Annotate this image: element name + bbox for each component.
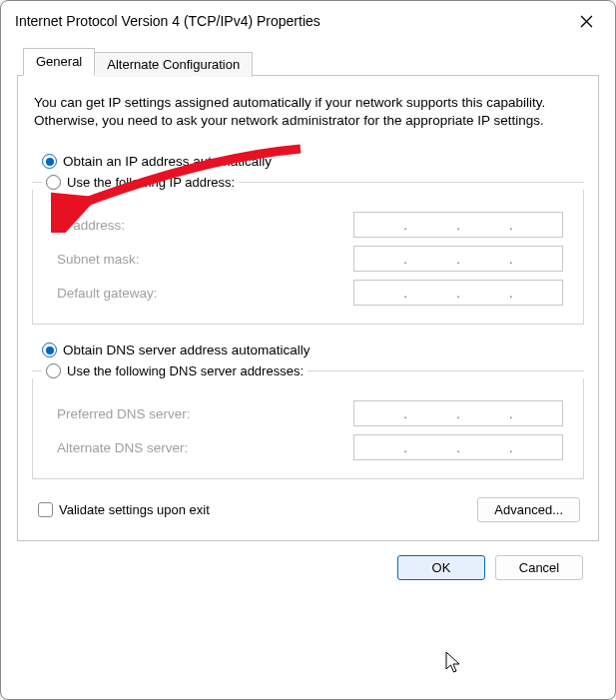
dialog-footer: OK Cancel <box>17 541 599 580</box>
input-subnet-mask[interactable]: ... <box>353 246 563 272</box>
label-obtain-ip-auto: Obtain an IP address automatically <box>63 154 272 169</box>
tab-alternate-configuration[interactable]: Alternate Configuration <box>95 52 253 77</box>
radio-obtain-dns-auto[interactable] <box>42 343 57 357</box>
option-use-ip[interactable]: Use the following IP address: <box>32 175 584 190</box>
close-icon <box>580 15 593 28</box>
checkbox-validate-on-exit[interactable] <box>38 502 53 517</box>
ipv4-properties-dialog: Internet Protocol Version 4 (TCP/IPv4) P… <box>0 0 616 700</box>
input-alternate-dns[interactable]: ... <box>353 434 563 460</box>
titlebar: Internet Protocol Version 4 (TCP/IPv4) P… <box>1 1 615 41</box>
label-preferred-dns: Preferred DNS server: <box>57 406 191 421</box>
description-text: You can get IP settings assigned automat… <box>34 94 582 130</box>
input-default-gateway[interactable]: ... <box>353 280 563 306</box>
option-validate-on-exit[interactable]: Validate settings upon exit <box>38 502 210 517</box>
tab-general[interactable]: General <box>23 48 95 76</box>
input-preferred-dns[interactable]: ... <box>353 400 563 426</box>
option-use-dns[interactable]: Use the following DNS server addresses: <box>32 363 584 378</box>
tab-strip: General Alternate Configuration <box>17 47 599 75</box>
label-use-ip: Use the following IP address: <box>67 175 235 190</box>
label-alternate-dns: Alternate DNS server: <box>57 440 188 455</box>
label-validate-on-exit: Validate settings upon exit <box>59 502 210 517</box>
label-ip-address: IP address: <box>57 218 125 233</box>
option-obtain-ip-auto[interactable]: Obtain an IP address automatically <box>42 154 584 169</box>
ok-button[interactable]: OK <box>397 555 485 580</box>
label-use-dns: Use the following DNS server addresses: <box>67 363 304 378</box>
tab-panel-general: You can get IP settings assigned automat… <box>17 75 599 541</box>
label-default-gateway: Default gateway: <box>57 286 158 301</box>
mouse-cursor-icon <box>445 651 463 675</box>
label-obtain-dns-auto: Obtain DNS server address automatically <box>63 343 310 357</box>
close-button[interactable] <box>569 9 603 33</box>
input-ip-address[interactable]: ... <box>353 212 563 238</box>
radio-obtain-ip-auto[interactable] <box>42 154 57 169</box>
radio-use-dns[interactable] <box>46 363 61 378</box>
fieldset-ip: IP address: ... Subnet mask: ... Default… <box>32 190 584 325</box>
label-subnet-mask: Subnet mask: <box>57 252 140 267</box>
cancel-button[interactable]: Cancel <box>495 555 583 580</box>
radio-use-ip[interactable] <box>46 175 61 190</box>
fieldset-dns: Preferred DNS server: ... Alternate DNS … <box>32 378 584 479</box>
option-obtain-dns-auto[interactable]: Obtain DNS server address automatically <box>42 343 584 357</box>
advanced-button[interactable]: Advanced... <box>477 497 580 522</box>
window-title: Internet Protocol Version 4 (TCP/IPv4) P… <box>15 13 320 29</box>
